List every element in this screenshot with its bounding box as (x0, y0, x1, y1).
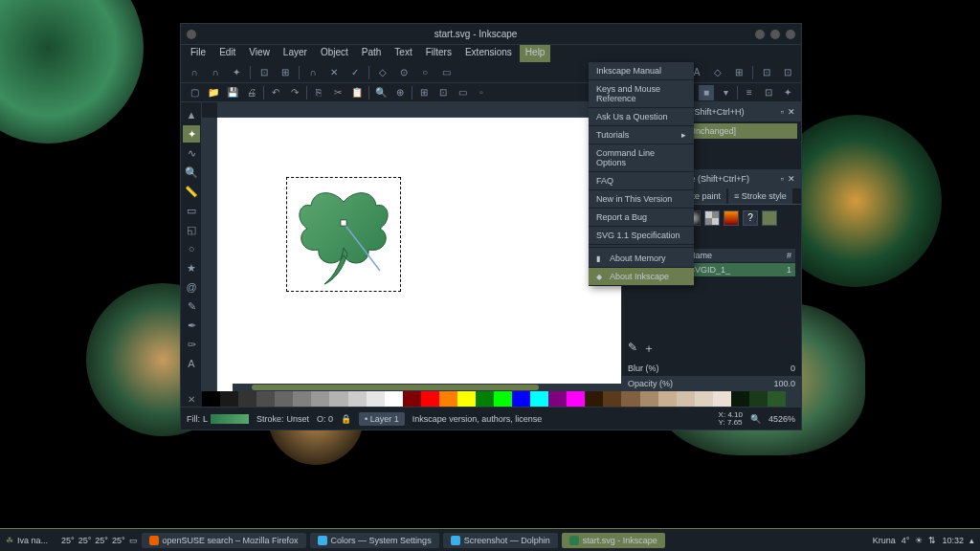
help-faq[interactable]: FAQ (589, 172, 694, 190)
paint-swatch-icon[interactable] (724, 210, 739, 226)
palette-color[interactable] (603, 391, 621, 407)
minimize-icon[interactable] (755, 30, 765, 39)
snap-icon[interactable]: ✦ (229, 65, 244, 80)
palette-color[interactable] (749, 391, 768, 407)
fill-swatch[interactable] (211, 414, 249, 424)
brightness-icon[interactable]: ☀ (915, 536, 923, 545)
menu-edit[interactable]: Edit (213, 45, 241, 62)
palette-color[interactable] (329, 391, 347, 407)
snap-icon[interactable]: ∩ (305, 65, 321, 80)
menu-file[interactable]: File (185, 45, 212, 62)
paste-icon[interactable]: 📋 (349, 85, 365, 100)
tab-stroke-style[interactable]: ≡ Stroke style (728, 188, 792, 204)
close-icon[interactable] (786, 30, 795, 39)
palette-color[interactable] (256, 391, 275, 407)
help-manual[interactable]: Inkscape Manual (589, 62, 694, 80)
palette-color[interactable] (476, 391, 494, 407)
menu-path[interactable]: Path (356, 45, 388, 62)
help-svg-spec[interactable]: SVG 1.1 Specification (589, 227, 694, 245)
shamrock-shape[interactable] (294, 185, 393, 290)
tweak-tool-icon[interactable]: ∿ (183, 144, 200, 162)
palette-color[interactable] (548, 391, 567, 407)
star-tool-icon[interactable]: ★ (183, 259, 200, 276)
pen-tool-icon[interactable]: ✒ (183, 317, 200, 334)
scrollbar-horizontal[interactable] (233, 384, 621, 391)
network-icon[interactable]: ⇅ (928, 536, 936, 545)
save-icon[interactable]: 💾 (225, 85, 240, 100)
palette-color[interactable] (457, 391, 476, 407)
palette-color[interactable] (512, 391, 530, 407)
cut-icon[interactable]: ✂ (330, 85, 345, 100)
task-dolphin[interactable]: Screenshot — Dolphin (443, 533, 558, 548)
new-icon[interactable]: ▢ (187, 85, 202, 100)
palette-color[interactable] (494, 391, 512, 407)
detach-icon[interactable]: ▫ (781, 107, 784, 117)
window-menu-icon[interactable] (187, 30, 196, 39)
color-picker-icon[interactable]: ▾ (718, 85, 733, 100)
edit-gradient-icon[interactable]: ✎ (628, 341, 637, 357)
xml-icon[interactable]: ◇ (710, 65, 725, 80)
pencil-tool-icon[interactable]: ✎ (183, 298, 200, 315)
redo-icon[interactable]: ↷ (287, 85, 302, 100)
calligraphy-tool-icon[interactable]: ✑ (183, 336, 200, 353)
paint-pattern-icon[interactable] (704, 210, 720, 226)
close-panel-icon[interactable]: ✕ (788, 107, 795, 117)
snap-icon[interactable]: ∩ (208, 65, 223, 80)
layer-selector[interactable]: • Layer 1 (359, 412, 405, 426)
snap-icon[interactable]: ⊙ (396, 65, 412, 80)
measure-tool-icon[interactable]: 📏 (183, 183, 200, 200)
duplicate-icon[interactable]: ⊞ (416, 85, 432, 100)
menu-view[interactable]: View (243, 45, 276, 62)
open-icon[interactable]: 📁 (206, 85, 221, 100)
palette-color[interactable] (238, 391, 256, 407)
opacity-value[interactable]: 100.0 (773, 379, 795, 388)
palette-color[interactable] (695, 391, 713, 407)
palette-color[interactable] (348, 391, 367, 407)
task-inkscape[interactable]: start.svg - Inkscape (562, 533, 665, 548)
weather-city[interactable]: Kruna (873, 536, 896, 545)
transform-icon[interactable]: ✦ (780, 85, 795, 100)
tray-icon[interactable]: ▴ (969, 536, 974, 545)
palette-color[interactable] (567, 391, 585, 407)
palette-color[interactable] (713, 391, 731, 407)
stroke-value[interactable]: Unset (287, 414, 310, 424)
zoom-tool-icon[interactable]: 🔍 (183, 164, 200, 181)
snap-icon[interactable]: ⊡ (256, 65, 272, 80)
snap-icon[interactable]: ∩ (187, 65, 202, 80)
snap-icon[interactable]: ◇ (375, 65, 390, 80)
palette-color[interactable] (421, 391, 439, 407)
node-tool-icon[interactable]: ✦ (183, 125, 200, 143)
menu-layer[interactable]: Layer (278, 45, 313, 62)
menu-object[interactable]: Object (315, 45, 354, 62)
palette-color[interactable] (293, 391, 311, 407)
weather-temp[interactable]: 4° (902, 536, 910, 545)
paint-unknown-icon[interactable]: ? (743, 210, 758, 226)
object-icon[interactable]: ⊡ (761, 85, 776, 100)
menu-extensions[interactable]: Extensions (459, 45, 518, 62)
menu-help[interactable]: Help (520, 45, 551, 62)
palette-color[interactable] (403, 391, 421, 407)
palette-color[interactable] (275, 391, 293, 407)
blur-value[interactable]: 0 (791, 364, 795, 373)
palette-color[interactable] (439, 391, 457, 407)
clone-icon[interactable]: ⊡ (435, 85, 451, 100)
canvas[interactable] (217, 118, 621, 391)
add-stop-icon[interactable]: ＋ (643, 341, 655, 357)
zoom-icon[interactable]: 🔍 (373, 85, 389, 100)
zoom-icon[interactable]: 🔍 (750, 414, 761, 424)
palette-color[interactable] (530, 391, 548, 407)
palette-color[interactable] (202, 391, 220, 407)
zoom-level[interactable]: 4526% (768, 414, 795, 424)
start-icon[interactable]: ☘ (6, 536, 13, 545)
palette-more-icon[interactable] (786, 391, 801, 407)
titlebar[interactable]: start.svg - Inkscape (181, 24, 801, 45)
help-new[interactable]: New in This Version (589, 190, 694, 209)
snap-icon[interactable]: ✓ (347, 65, 363, 80)
menu-filters[interactable]: Filters (420, 45, 457, 62)
user-label[interactable]: Iva na... (17, 536, 48, 545)
palette-color[interactable] (768, 391, 786, 407)
palette-color[interactable] (311, 391, 329, 407)
group-icon[interactable]: ▭ (455, 85, 470, 100)
snap-icon[interactable]: ✕ (326, 65, 342, 80)
help-cli[interactable]: Command Line Options (589, 144, 694, 172)
